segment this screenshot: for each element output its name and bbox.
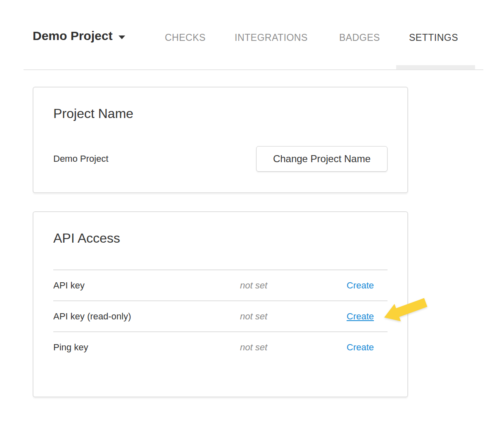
tab-integrations[interactable]: INTEGRATIONS <box>235 32 308 43</box>
ping-key-label: Ping key <box>53 342 240 353</box>
api-key-value: not set <box>240 280 347 291</box>
tab-badges[interactable]: BADGES <box>339 32 380 43</box>
tab-checks[interactable]: CHECKS <box>165 32 206 43</box>
nav-divider <box>24 69 483 70</box>
table-row-api-key-read-only: API key (read-only) not set Create <box>53 300 388 331</box>
api-access-card-title: API Access <box>53 231 388 246</box>
create-read-only-api-key-link[interactable]: Create <box>347 311 374 322</box>
create-ping-key-link[interactable]: Create <box>347 342 374 353</box>
annotation-arrow-icon <box>383 296 430 324</box>
project-selector-label: Demo Project <box>33 29 112 43</box>
api-keys-table: API key not set Create API key (read-onl… <box>53 269 388 362</box>
tab-settings[interactable]: SETTINGS <box>409 32 458 43</box>
chevron-down-icon <box>119 35 125 39</box>
api-key-read-only-label: API key (read-only) <box>53 311 240 322</box>
project-name-row: Demo Project Change Project Name <box>53 146 388 172</box>
create-api-key-link[interactable]: Create <box>347 280 374 291</box>
api-key-label: API key <box>53 280 240 291</box>
project-selector[interactable]: Demo Project <box>33 29 125 43</box>
ping-key-value: not set <box>240 342 347 353</box>
current-project-name: Demo Project <box>53 154 108 164</box>
project-name-card-title: Project Name <box>53 106 388 121</box>
annotation-arrow-shape <box>384 298 427 321</box>
api-access-card: API Access API key not set Create API ke… <box>33 211 408 397</box>
api-key-read-only-value: not set <box>240 311 347 322</box>
table-row-ping-key: Ping key not set Create <box>53 331 388 362</box>
change-project-name-button[interactable]: Change Project Name <box>256 146 388 172</box>
table-row-api-key: API key not set Create <box>53 269 388 300</box>
project-name-card: Project Name Demo Project Change Project… <box>33 87 408 193</box>
